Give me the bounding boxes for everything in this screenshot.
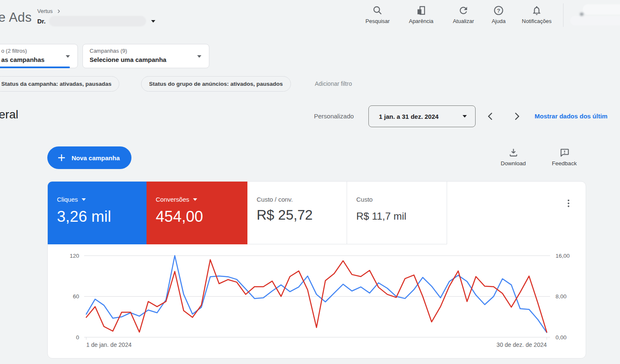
- date-range-value: 1 jan. a 31 dez. 2024: [379, 113, 439, 120]
- chevron-down-icon: [151, 20, 155, 23]
- scope-dropdown-label: o (2 filtros): [1, 48, 27, 54]
- client-name-prefix: Dr.: [37, 18, 46, 25]
- svg-text:120: 120: [69, 253, 79, 259]
- metric-label: Custo: [356, 196, 373, 203]
- svg-text:16,00: 16,00: [556, 253, 570, 259]
- metric-value: R$ 11,7 mil: [356, 210, 447, 222]
- date-mode-label: Personalizado: [314, 113, 354, 120]
- feedback-label: Feedback: [552, 160, 576, 167]
- search-label: Pesquisar: [365, 18, 390, 24]
- campaign-dropdown-value: Selecione uma campanha: [90, 56, 166, 63]
- scope-dropdown[interactable]: o (2 filtros) as campanhas: [0, 44, 78, 68]
- appearance-icon: [416, 5, 427, 16]
- active-tab-indicator: [0, 67, 70, 68]
- feedback-icon: [559, 147, 570, 158]
- download-button[interactable]: Download: [494, 147, 532, 167]
- svg-text:1 de jan. de 2024: 1 de jan. de 2024: [86, 341, 131, 348]
- card-options-kebab-button[interactable]: [563, 197, 574, 209]
- chevron-down-icon: [197, 55, 201, 58]
- new-campaign-label: Nova campanha: [72, 154, 120, 161]
- metric-tile-cliques[interactable]: Cliques 3,26 mil: [48, 182, 147, 244]
- svg-text:?: ?: [497, 8, 500, 14]
- chevron-down-icon: [66, 55, 70, 58]
- show-data-link[interactable]: Mostrar dados dos últim: [535, 113, 607, 120]
- plus-icon: [57, 154, 66, 162]
- adgroup-status-filter-chip[interactable]: Status do grupo de anúncios: ativados, p…: [141, 76, 291, 92]
- help-icon: ?: [493, 5, 504, 16]
- date-range-picker[interactable]: 1 jan. a 31 dez. 2024: [368, 105, 476, 127]
- avatar: [580, 13, 584, 16]
- account-selector[interactable]: Dr.: [37, 16, 155, 26]
- svg-text:8,00: 8,00: [556, 293, 566, 300]
- google-ads-page: e Ads Vertus Dr. Pesquisar Aparência Atu…: [0, 0, 620, 364]
- overview-chart-card: Cliques 3,26 mil Conversões 454,00 Custo…: [47, 181, 586, 359]
- new-campaign-button[interactable]: Nova campanha: [47, 146, 131, 169]
- previous-period-button[interactable]: [485, 110, 497, 122]
- chevron-down-icon: [463, 115, 467, 118]
- header-divider: [563, 3, 563, 27]
- scope-dropdown-value: as campanhas: [1, 56, 44, 63]
- metric-label: Custo / conv.: [257, 196, 293, 203]
- refresh-action[interactable]: Atualizar: [443, 5, 484, 24]
- breadcrumb-account[interactable]: Vertus: [37, 8, 53, 14]
- metric-value: R$ 25,72: [257, 207, 347, 223]
- refresh-label: Atualizar: [453, 18, 474, 24]
- chevron-down-icon: [82, 198, 86, 201]
- appearance-action[interactable]: Aparência: [401, 5, 441, 24]
- metric-value: 3,26 mil: [57, 208, 147, 226]
- notifications-label: Notificações: [522, 18, 552, 24]
- help-label: Ajuda: [491, 18, 505, 24]
- metric-tile-custo-conv[interactable]: Custo / conv. R$ 25,72: [247, 182, 347, 244]
- google-ads-logo: e Ads: [0, 10, 32, 25]
- help-action[interactable]: ? Ajuda: [480, 5, 517, 24]
- campaign-dropdown-label: Campanhas (9): [90, 48, 127, 54]
- campaign-dropdown[interactable]: Campanhas (9) Selecione uma campanha: [82, 44, 209, 68]
- metric-value: 454,00: [156, 208, 247, 226]
- next-period-button[interactable]: [511, 110, 522, 122]
- svg-text:60: 60: [73, 293, 79, 300]
- download-icon: [508, 147, 519, 158]
- search-action[interactable]: Pesquisar: [358, 5, 398, 24]
- campaign-status-filter-chip[interactable]: Status da campanha: ativadas, pausadas: [0, 76, 119, 92]
- feedback-button[interactable]: Feedback: [545, 147, 583, 167]
- refresh-icon: [458, 5, 469, 16]
- metric-label: Conversões: [156, 196, 189, 203]
- breadcrumb: Vertus: [37, 8, 61, 14]
- notifications-icon: [531, 5, 542, 16]
- svg-text:0,00: 0,00: [556, 334, 566, 341]
- appearance-label: Aparência: [409, 18, 434, 24]
- add-filter-button[interactable]: Adicionar filtro: [315, 76, 352, 92]
- account-id-redacted: [570, 16, 620, 26]
- download-label: Download: [501, 160, 526, 167]
- notifications-action[interactable]: Notificações: [515, 5, 558, 24]
- metric-tile-conversoes[interactable]: Conversões 454,00: [147, 182, 247, 244]
- chevron-down-icon: [193, 198, 197, 201]
- account-info-redacted[interactable]: [583, 4, 620, 15]
- svg-text:0: 0: [76, 334, 79, 341]
- client-name-redacted: [49, 16, 146, 26]
- metric-tile-custo[interactable]: Custo R$ 11,7 mil: [347, 182, 447, 244]
- metric-label: Cliques: [57, 196, 78, 203]
- svg-text:30 de dez. de 2024: 30 de dez. de 2024: [497, 341, 547, 348]
- performance-line-chart[interactable]: 00,00608,0012016,001 de jan. de 202430 d…: [48, 245, 586, 359]
- page-title: eral: [0, 108, 18, 121]
- chevron-right-icon: [56, 9, 61, 14]
- search-icon: [372, 5, 383, 16]
